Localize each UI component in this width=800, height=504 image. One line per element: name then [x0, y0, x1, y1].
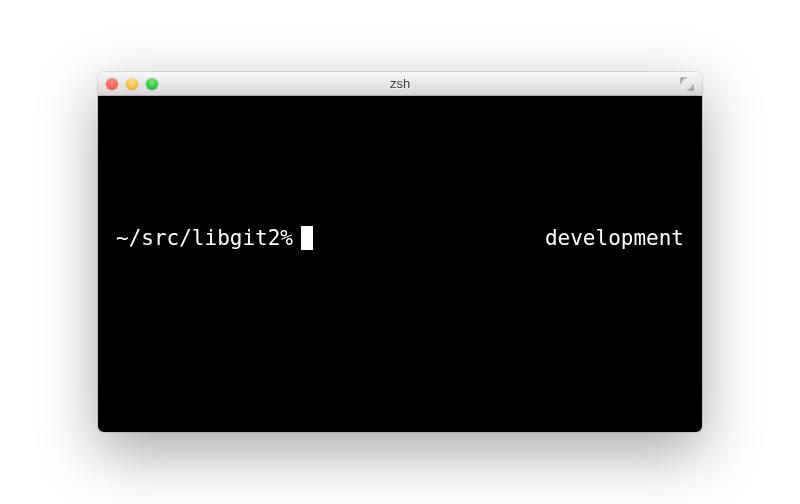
- zoom-button[interactable]: [146, 78, 158, 90]
- cursor: [301, 226, 313, 250]
- traffic-lights: [106, 78, 158, 90]
- minimize-button[interactable]: [126, 78, 138, 90]
- titlebar[interactable]: zsh: [98, 72, 702, 96]
- terminal-window: zsh ~/src/libgit2% development: [98, 72, 702, 432]
- right-prompt: development: [545, 226, 684, 250]
- prompt-line: ~/src/libgit2% development: [116, 226, 684, 250]
- fullscreen-icon[interactable]: [680, 77, 694, 91]
- close-button[interactable]: [106, 78, 118, 90]
- left-prompt: ~/src/libgit2%: [116, 226, 313, 250]
- terminal-body[interactable]: ~/src/libgit2% development: [98, 96, 702, 432]
- window-title: zsh: [98, 76, 702, 91]
- prompt-path: ~/src/libgit2%: [116, 226, 293, 250]
